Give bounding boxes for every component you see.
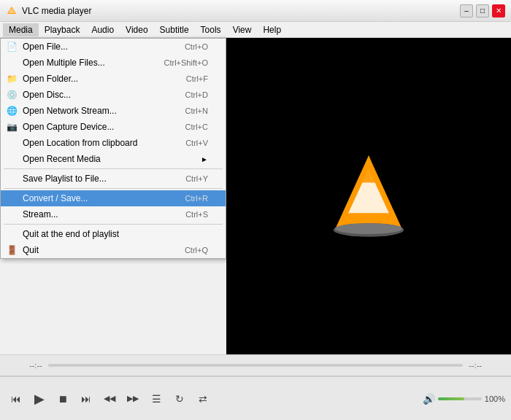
faster-button[interactable]: ▶▶ [123, 389, 143, 409]
dropdown-item-3[interactable]: 💿Open Disc...Ctrl+D [1, 87, 226, 103]
loop-button[interactable]: ↻ [169, 389, 190, 409]
dropdown-item-6[interactable]: Open Location from clipboardCtrl+V [1, 135, 226, 151]
timeline: --:-- --:-- [0, 354, 511, 376]
menubar-item-tools[interactable]: Tools [195, 23, 227, 36]
dropdown-icon-9 [5, 192, 18, 205]
menubar-item-audio[interactable]: Audio [85, 23, 120, 36]
dropdown-label-3: Open Disc... [23, 90, 71, 100]
vlc-cone [325, 149, 412, 244]
dropdown-item-12[interactable]: 🚪QuitCtrl+Q [1, 242, 226, 258]
dropdown-item-8[interactable]: Save Playlist to File...Ctrl+Y [1, 171, 226, 187]
dropdown-item-9[interactable]: Convert / Save...Ctrl+R [1, 190, 226, 206]
dropdown-icon-11 [5, 228, 18, 241]
shuffle-button[interactable]: ⇄ [193, 389, 213, 409]
dropdown-label-6: Open Location from clipboard [23, 138, 137, 148]
menubar-item-playback[interactable]: Playback [39, 23, 86, 36]
menubar-item-media[interactable]: Media [3, 23, 39, 36]
dropdown-item-4[interactable]: 🌐Open Network Stream...Ctrl+N [1, 103, 226, 119]
timeline-left: --:-- [29, 361, 42, 370]
dropdown-shortcut-6: Ctrl+V [185, 139, 208, 147]
dropdown-icon-4: 🌐 [5, 104, 18, 117]
timeline-right: --:-- [469, 361, 482, 370]
dropdown-icon-7 [5, 152, 18, 166]
slower-button[interactable]: ◀◀ [99, 389, 120, 409]
dropdown-icon-2: 📁 [5, 72, 18, 85]
dropdown-label-5: Open Capture Device... [23, 122, 114, 132]
dropdown-shortcut-2: Ctrl+F [186, 74, 208, 83]
volume-area: 🔊 100% [423, 393, 505, 405]
dropdown-label-12: Quit [23, 245, 39, 255]
dropdown-label-9: Convert / Save... [23, 193, 88, 203]
dropdown-shortcut-3: Ctrl+D [185, 90, 208, 99]
dropdown-label-4: Open Network Stream... [23, 106, 117, 116]
volume-bar[interactable] [438, 394, 482, 404]
dropdown-separator-8 [4, 188, 223, 189]
menubar: MediaPlaybackAudioVideoSubtitleToolsView… [0, 22, 511, 38]
dropdown-shortcut-0: Ctrl+O [185, 42, 208, 51]
close-button[interactable]: ✕ [492, 4, 505, 18]
menubar-item-help[interactable]: Help [257, 23, 287, 36]
dropdown-menu: 📄Open File...Ctrl+OOpen Multiple Files..… [0, 38, 226, 259]
dropdown-shortcut-8: Ctrl+Y [185, 174, 208, 183]
dropdown-shortcut-4: Ctrl+N [185, 106, 208, 115]
dropdown-shortcut-1: Ctrl+Shift+O [164, 58, 208, 67]
volume-label: 100% [485, 394, 505, 403]
svg-marker-4 [358, 155, 379, 182]
menubar-item-video[interactable]: Video [120, 23, 153, 36]
dropdown-item-1[interactable]: Open Multiple Files...Ctrl+Shift+O [1, 55, 226, 71]
dropdown-item-10[interactable]: Stream...Ctrl+S [1, 206, 226, 222]
main-area: 📄Open File...Ctrl+OOpen Multiple Files..… [0, 38, 511, 354]
controls-bar: ⏮ ▶ ⏹ ⏭ ◀◀ ▶▶ ☰ ↻ ⇄ 🔊 100% [0, 376, 511, 420]
dropdown-item-0[interactable]: 📄Open File...Ctrl+O [1, 39, 226, 55]
dropdown-icon-5: 📷 [5, 120, 18, 133]
minimize-button[interactable]: – [460, 4, 473, 18]
dropdown-icon-6 [5, 136, 18, 149]
stop-button[interactable]: ⏹ [53, 389, 73, 409]
dropdown-label-0: Open File... [23, 42, 68, 52]
menubar-item-subtitle[interactable]: Subtitle [154, 23, 195, 36]
dropdown-shortcut-10: Ctrl+S [185, 210, 208, 219]
dropdown-label-11: Quit at the end of playlist [23, 229, 119, 239]
titlebar-title: VLC media player [22, 6, 91, 16]
dropdown-item-11[interactable]: Quit at the end of playlist [1, 226, 226, 242]
dropdown-label-1: Open Multiple Files... [23, 58, 105, 68]
titlebar-left: VLC media player [6, 5, 91, 17]
dropdown-label-8: Save Playlist to File... [23, 174, 107, 184]
dropdown-icon-0: 📄 [5, 40, 18, 53]
timeline-bar[interactable] [48, 364, 464, 367]
dropdown-item-7[interactable]: Open Recent Media► [1, 151, 226, 167]
vlc-icon [6, 5, 18, 17]
menubar-item-view[interactable]: View [227, 23, 258, 36]
volume-fill [438, 397, 464, 400]
dropdown-item-5[interactable]: 📷Open Capture Device...Ctrl+C [1, 119, 226, 135]
dropdown-icon-10 [5, 208, 18, 221]
video-area [226, 38, 511, 354]
dropdown-arrow-7: ► [201, 155, 208, 163]
dropdown-item-2[interactable]: 📁Open Folder...Ctrl+F [1, 71, 226, 87]
svg-point-6 [335, 223, 403, 234]
dropdown-shortcut-5: Ctrl+C [185, 122, 208, 131]
volume-icon: 🔊 [423, 393, 435, 405]
maximize-button[interactable]: □ [476, 4, 489, 18]
titlebar: VLC media player – □ ✕ [0, 0, 511, 22]
prev-button[interactable]: ⏮ [6, 389, 26, 409]
playlist-button[interactable]: ☰ [146, 389, 166, 409]
dropdown-icon-1 [5, 56, 18, 69]
dropdown-icon-8 [5, 172, 18, 185]
dropdown-label-10: Stream... [23, 209, 58, 219]
dropdown-icon-12: 🚪 [5, 244, 18, 257]
dropdown-icon-3: 💿 [5, 88, 18, 101]
dropdown-shortcut-9: Ctrl+R [185, 194, 208, 203]
play-button[interactable]: ▶ [29, 389, 50, 409]
controls-row: ⏮ ▶ ⏹ ⏭ ◀◀ ▶▶ ☰ ↻ ⇄ 🔊 100% [0, 386, 511, 412]
dropdown-separator-10 [4, 224, 223, 225]
titlebar-controls: – □ ✕ [460, 4, 505, 18]
dropdown-label-2: Open Folder... [23, 74, 78, 84]
dropdown-label-7: Open Recent Media [23, 154, 101, 164]
dropdown-shortcut-12: Ctrl+Q [185, 246, 208, 254]
dropdown-separator-7 [4, 168, 223, 169]
next-button[interactable]: ⏭ [76, 389, 96, 409]
